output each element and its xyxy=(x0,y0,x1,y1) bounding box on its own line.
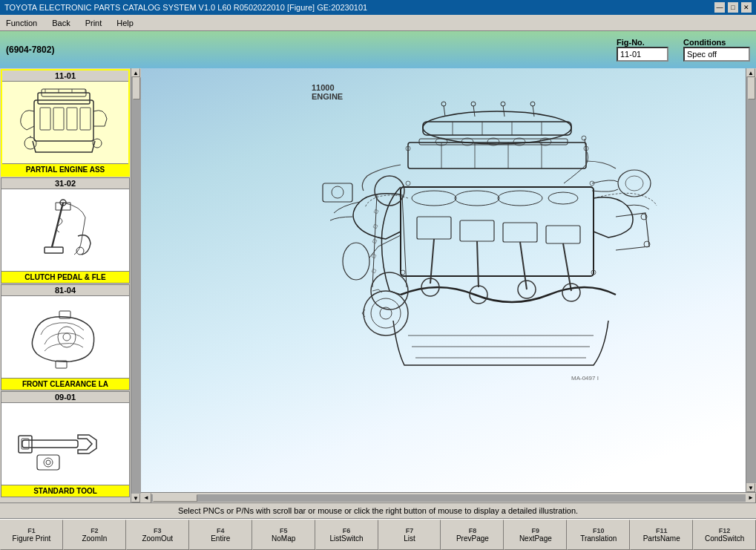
fkey-f11[interactable]: F11 PartsName xyxy=(630,520,693,550)
svg-line-71 xyxy=(444,105,445,117)
svg-rect-41 xyxy=(401,187,594,276)
svg-rect-6 xyxy=(80,108,91,130)
sidebar-item-81-04[interactable]: 81-04 xyxy=(1,284,130,390)
fig-no-label: Fig-No. xyxy=(617,38,645,47)
sidebar-item-label-31-02: 31-02 xyxy=(1,178,129,189)
sidebar-scroll-down[interactable]: ▼ xyxy=(131,494,140,502)
diagram-vscroll: ▲ ▼ xyxy=(746,68,756,492)
fkey-f10[interactable]: F10 Translation xyxy=(567,520,630,550)
fkey-f11-label: PartsName xyxy=(643,534,680,543)
tool-illustration xyxy=(15,409,111,479)
header-right: Fig-No. Conditions Spec off xyxy=(617,38,750,62)
svg-point-97 xyxy=(582,136,586,140)
diagram-scroll-thumb-v[interactable] xyxy=(748,77,755,99)
svg-line-74 xyxy=(533,105,534,117)
fkey-f3[interactable]: F3 ZoomOut xyxy=(126,520,189,550)
sidebar-scroll-up[interactable]: ▲ xyxy=(131,68,140,77)
diagram-scroll-track-v[interactable] xyxy=(746,77,756,483)
sidebar-item-name-81-04: FRONT CLEARANCE LA xyxy=(1,378,129,390)
menu-bar: Function Back Print Help xyxy=(0,15,756,31)
fkey-f1[interactable]: F1 Figure Print xyxy=(0,520,63,550)
svg-line-14 xyxy=(52,203,63,247)
svg-rect-15 xyxy=(45,247,63,253)
menu-help[interactable]: Help xyxy=(114,17,137,29)
fig-no-group: Fig-No. xyxy=(617,38,668,62)
diagram-scroll-up-btn[interactable]: ▲ xyxy=(746,68,755,77)
status-message: Select PNCs or P/Ns with scroll bar or m… xyxy=(178,506,578,515)
fkey-f8-label: PrevPage xyxy=(456,534,489,543)
status-bar: Select PNCs or P/Ns with scroll bar or m… xyxy=(0,502,756,519)
sidebar-list[interactable]: 11-01 xyxy=(0,68,131,502)
fkey-f12[interactable]: F12 CondSwitch xyxy=(693,520,756,550)
diagram-main-row: 11000 ENGINE xyxy=(141,68,756,492)
diagram-scroll-track-h[interactable] xyxy=(151,494,746,502)
sidebar-item-img-11-01 xyxy=(2,82,125,163)
svg-point-95 xyxy=(618,170,651,197)
fkey-f9-label: NextPage xyxy=(519,534,552,543)
fkey-f9-num: F9 xyxy=(532,527,540,534)
diagram-wrapper: 11000 ENGINE xyxy=(141,68,756,502)
fkey-f1-label: Figure Print xyxy=(13,534,51,543)
sidebar-scroll-track[interactable] xyxy=(131,77,141,494)
fkey-f7[interactable]: F7 List xyxy=(378,520,441,550)
sidebar-item-31-02[interactable]: 31-02 xyxy=(1,177,130,284)
sidebar-item-name-09-01: STANDARD TOOL xyxy=(1,485,129,497)
svg-line-51 xyxy=(477,241,479,287)
fkey-f4-label: Entire xyxy=(211,534,230,543)
svg-rect-25 xyxy=(37,455,59,470)
svg-rect-5 xyxy=(67,108,77,130)
fkey-f9[interactable]: F9 NextPage xyxy=(504,520,567,550)
sidebar-item-label-11-01: 11-01 xyxy=(2,71,128,82)
diagram-scroll-right-btn[interactable]: ► xyxy=(746,493,756,503)
clutch-illustration xyxy=(22,195,104,266)
fkey-f2-num: F2 xyxy=(91,527,99,534)
fkey-f4[interactable]: F4 Entire xyxy=(189,520,252,550)
close-button[interactable]: ✕ xyxy=(741,2,752,13)
fkey-f2-label: ZoomIn xyxy=(82,534,107,543)
svg-point-96 xyxy=(625,176,643,191)
sidebar-wrapper: 11-01 xyxy=(0,68,141,502)
fkey-f6-label: ListSwitch xyxy=(330,534,364,543)
sidebar-item-09-01[interactable]: 09-01 xyxy=(1,391,130,497)
fkey-f12-num: F12 xyxy=(719,527,731,534)
content-area: 11-01 xyxy=(0,68,756,502)
fig-no-input[interactable] xyxy=(617,47,668,62)
fkey-f12-label: CondSwitch xyxy=(705,534,744,543)
minimize-button[interactable]: — xyxy=(714,2,725,13)
svg-point-81 xyxy=(406,181,410,186)
app-title: TOYOTA ELECTRONIC PARTS CATALOG SYSTEM V… xyxy=(4,3,367,12)
fkey-f11-num: F11 xyxy=(656,527,668,534)
svg-rect-46 xyxy=(417,217,451,239)
svg-point-102 xyxy=(332,186,344,198)
svg-point-57 xyxy=(562,284,580,301)
fkey-f8[interactable]: F8 PrevPage xyxy=(441,520,504,550)
menu-print[interactable]: Print xyxy=(82,17,105,29)
fkey-f5-label: NoMap xyxy=(272,534,295,543)
fkey-f5-num: F5 xyxy=(280,527,288,534)
diagram-scroll-thumb-h[interactable] xyxy=(153,494,197,502)
svg-text:ENGINE: ENGINE xyxy=(312,92,343,101)
fkey-f1-num: F1 xyxy=(27,527,36,534)
fkey-f6[interactable]: F6 ListSwitch xyxy=(315,520,378,550)
diagram-scroll-down-btn[interactable]: ▼ xyxy=(746,483,755,492)
engine-illustration xyxy=(12,85,116,160)
sidebar-item-11-01[interactable]: 11-01 xyxy=(1,69,130,177)
menu-back[interactable]: Back xyxy=(49,17,73,29)
sidebar-scroll-thumb[interactable] xyxy=(133,77,140,99)
svg-point-45 xyxy=(548,192,578,204)
sidebar-item-label-09-01: 09-01 xyxy=(1,392,129,403)
maximize-button[interactable]: □ xyxy=(728,2,738,13)
fkey-f4-num: F4 xyxy=(217,527,225,534)
sidebar-item-img-81-04 xyxy=(1,296,125,378)
bottom-scrollbar: ◄ ► xyxy=(141,492,756,502)
diagram-scroll-left-btn[interactable]: ◄ xyxy=(141,493,151,503)
fkey-f2[interactable]: F2 ZoomIn xyxy=(63,520,126,550)
fkey-f10-label: Translation xyxy=(580,534,617,543)
fkey-f5[interactable]: F5 NoMap xyxy=(252,520,315,550)
diagram-scroll-area[interactable]: 11000 ENGINE xyxy=(141,68,746,492)
svg-rect-36 xyxy=(408,143,586,168)
svg-point-27 xyxy=(46,460,50,465)
svg-point-43 xyxy=(455,191,499,206)
svg-rect-3 xyxy=(40,108,50,130)
menu-function[interactable]: Function xyxy=(3,17,40,29)
